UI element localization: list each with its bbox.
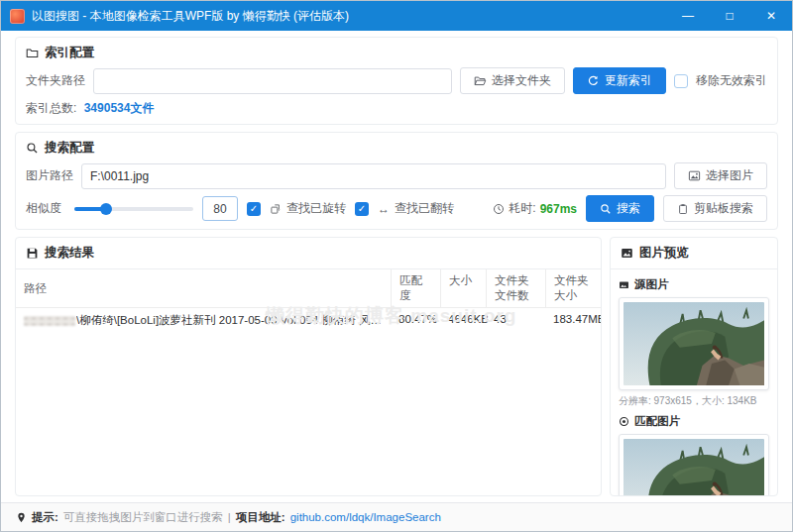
pin-icon — [16, 512, 27, 523]
result-match: 80.47% — [391, 308, 440, 333]
clipboard-icon — [677, 203, 689, 215]
image-icon — [688, 169, 701, 182]
image-preview-title: 图片预览 — [639, 245, 689, 262]
matched-image-icon — [619, 416, 629, 427]
censored-path-prefix — [24, 316, 75, 326]
image-preview-header: 图片预览 — [611, 238, 777, 269]
tip-label: 提示: — [32, 510, 58, 525]
refresh-icon — [587, 74, 600, 87]
elapsed-time: 耗时: 967ms — [493, 200, 577, 217]
search-results-section: 搜索结果 路径 匹配度 大小 文件夹文件数 文件夹大小 \柳侑绮\[BoLoLi… — [15, 237, 602, 496]
project-link[interactable]: github.com/ldqk/ImageSearch — [290, 511, 441, 523]
title-bar[interactable]: 以图搜图 - 本地图像检索工具WPF版 by 懒得勤快 (评估版本) — □ ✕ — [1, 1, 792, 31]
results-table-header: 路径 匹配度 大小 文件夹文件数 文件夹大小 — [16, 269, 601, 308]
project-label: 项目地址: — [236, 510, 285, 525]
column-folder-count[interactable]: 文件夹文件数 — [486, 269, 545, 307]
search-config-title: 搜索配置 — [45, 140, 94, 157]
choose-image-button[interactable]: 选择图片 — [674, 162, 767, 189]
open-folder-icon — [474, 74, 487, 87]
search-button-label: 搜索 — [617, 200, 640, 217]
search-button[interactable]: 搜索 — [586, 195, 654, 222]
similarity-slider[interactable] — [74, 207, 193, 211]
elapsed-label: 耗时: — [509, 200, 535, 217]
clipboard-search-label: 剪贴板搜索 — [694, 200, 753, 217]
rotate-icon — [270, 203, 282, 215]
minimize-button[interactable]: — — [667, 1, 709, 31]
source-image-picture — [623, 302, 764, 385]
choose-folder-label: 选择文件夹 — [492, 72, 551, 89]
index-config-header: 索引配置 — [26, 43, 767, 67]
source-image-thumbnail[interactable] — [619, 297, 769, 390]
source-image-label: 源图片 — [634, 277, 669, 292]
column-match[interactable]: 匹配度 — [391, 269, 440, 307]
find-rotated-label: 查找已旋转 — [286, 200, 346, 217]
maximize-button[interactable]: □ — [709, 1, 750, 31]
search-button-icon — [600, 203, 612, 215]
flip-arrows-icon: ↔ — [378, 202, 390, 216]
choose-folder-button[interactable]: 选择文件夹 — [460, 67, 565, 94]
result-path: \柳侑绮\[BoLoLi]波萝社新刊 2017-05-09 Vol.054 柳侑… — [76, 313, 383, 328]
choose-image-label: 选择图片 — [706, 167, 753, 184]
index-config-section: 索引配置 文件夹路径 选择文件夹 更新索引 移除无效索引 索引总数: 34905… — [15, 37, 778, 125]
main-content: 索引配置 文件夹路径 选择文件夹 更新索引 移除无效索引 索引总数: 34905… — [1, 31, 792, 502]
similarity-label: 相似度 — [26, 200, 61, 217]
elapsed-value: 967ms — [540, 202, 577, 216]
search-icon — [26, 142, 39, 155]
matched-image-picture — [623, 439, 764, 495]
find-rotated-checkbox[interactable] — [247, 202, 261, 216]
folder-path-label: 文件夹路径 — [26, 72, 85, 89]
remove-invalid-checkbox[interactable] — [674, 74, 688, 88]
window-controls: — □ ✕ — [667, 1, 792, 31]
status-separator: | — [228, 511, 231, 523]
image-path-label: 图片路径 — [26, 167, 73, 184]
tip-text: 可直接拖拽图片到窗口进行搜索 — [63, 510, 223, 525]
update-index-button[interactable]: 更新索引 — [573, 67, 666, 94]
close-button[interactable]: ✕ — [750, 1, 792, 31]
app-icon — [10, 9, 25, 24]
save-icon — [26, 247, 39, 260]
similarity-slider-thumb[interactable] — [100, 203, 112, 215]
result-row[interactable]: \柳侑绮\[BoLoLi]波萝社新刊 2017-05-09 Vol.054 柳侑… — [16, 308, 601, 333]
clipboard-search-button[interactable]: 剪贴板搜索 — [663, 195, 767, 222]
index-total-label: 索引总数: — [26, 101, 76, 115]
source-image-info: 分辨率: 973x615，大小: 134KB — [619, 394, 769, 408]
image-path-input[interactable] — [81, 163, 666, 189]
column-size[interactable]: 大小 — [440, 269, 486, 307]
similarity-value-box[interactable]: 80 — [202, 196, 238, 221]
window-title: 以图搜图 - 本地图像检索工具WPF版 by 懒得勤快 (评估版本) — [32, 8, 349, 25]
search-config-header: 搜索配置 — [26, 138, 767, 162]
find-flipped-label: 查找已翻转 — [395, 200, 454, 217]
source-image-icon — [619, 279, 629, 290]
clock-icon — [493, 203, 505, 215]
search-results-header: 搜索结果 — [16, 238, 601, 269]
column-path[interactable]: 路径 — [16, 269, 391, 307]
matched-image-thumbnail[interactable] — [619, 434, 769, 495]
search-config-section: 搜索配置 图片路径 选择图片 相似度 80 — [15, 132, 778, 230]
find-flipped-checkbox[interactable] — [355, 202, 369, 216]
index-config-title: 索引配置 — [45, 45, 94, 61]
matched-image-label: 匹配图片 — [634, 414, 680, 429]
search-results-title: 搜索结果 — [45, 245, 94, 262]
index-total-row: 索引总数: 3490534文件 — [26, 100, 767, 117]
remove-invalid-label: 移除无效索引 — [696, 72, 767, 89]
folder-icon — [26, 47, 39, 59]
result-folder-size: 183.47MB — [545, 308, 601, 333]
result-folder-count: 43 — [486, 308, 545, 333]
status-bar: 提示: 可直接拖拽图片到窗口进行搜索 | 项目地址: github.com/ld… — [1, 502, 792, 531]
preview-image-icon — [621, 247, 633, 260]
app-window: 以图搜图 - 本地图像检索工具WPF版 by 懒得勤快 (评估版本) — □ ✕… — [0, 0, 793, 532]
index-total-value: 3490534文件 — [84, 101, 155, 115]
update-index-label: 更新索引 — [605, 72, 652, 89]
column-folder-size[interactable]: 文件夹大小 — [545, 269, 601, 307]
result-size: 4646KB — [440, 308, 486, 333]
folder-path-input[interactable] — [93, 68, 452, 94]
image-preview-section: 图片预览 源图片 — [610, 237, 778, 496]
